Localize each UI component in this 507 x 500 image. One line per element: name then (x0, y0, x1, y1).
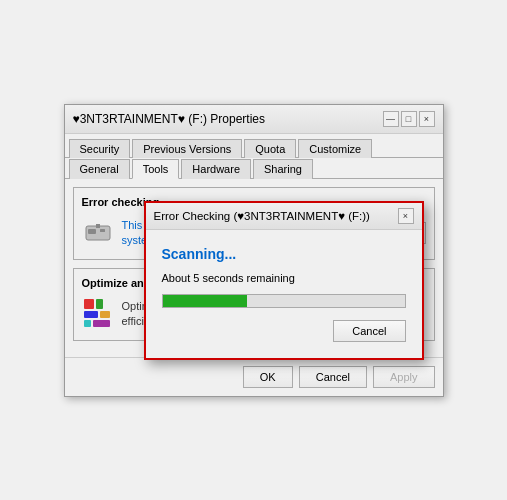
window-controls: — □ × (383, 111, 435, 127)
dialog-title: Error Checking (♥3NT3RTAINMENT♥ (F:)) (154, 210, 370, 222)
tab-security[interactable]: Security (69, 139, 131, 158)
svg-rect-3 (96, 224, 100, 228)
tabs-row-2: General Tools Hardware Sharing (65, 158, 443, 179)
progress-bar-container (162, 294, 406, 308)
cancel-bottom-button[interactable]: Cancel (299, 366, 367, 388)
dialog-content: Scanning... About 5 seconds remaining Ca… (146, 230, 422, 358)
tab-sharing[interactable]: Sharing (253, 159, 313, 179)
defrag-icon (82, 297, 114, 332)
svg-rect-6 (84, 311, 98, 318)
tab-hardware[interactable]: Hardware (181, 159, 251, 179)
svg-rect-8 (84, 320, 91, 327)
tab-quota[interactable]: Quota (244, 139, 296, 158)
svg-rect-9 (93, 320, 110, 327)
svg-rect-4 (84, 299, 94, 309)
svg-rect-1 (88, 229, 96, 234)
dialog-cancel-button[interactable]: Cancel (333, 320, 405, 342)
bottom-buttons: OK Cancel Apply (65, 357, 443, 396)
tab-customize[interactable]: Customize (298, 139, 372, 158)
dialog-title-bar: Error Checking (♥3NT3RTAINMENT♥ (F:)) × (146, 203, 422, 230)
tabs-row-1: Security Previous Versions Quota Customi… (65, 134, 443, 158)
tab-previous-versions[interactable]: Previous Versions (132, 139, 242, 158)
ok-button[interactable]: OK (243, 366, 293, 388)
drive-icon (82, 216, 114, 251)
progress-bar-fill (163, 295, 248, 307)
apply-button[interactable]: Apply (373, 366, 435, 388)
tab-tools[interactable]: Tools (132, 159, 180, 179)
minimize-button[interactable]: — (383, 111, 399, 127)
properties-window: ♥3NT3RTAINMENT♥ (F:) Properties — □ × Se… (64, 104, 444, 397)
maximize-button[interactable]: □ (401, 111, 417, 127)
close-button[interactable]: × (419, 111, 435, 127)
svg-rect-5 (96, 299, 103, 309)
title-bar: ♥3NT3RTAINMENT♥ (F:) Properties — □ × (65, 105, 443, 134)
remaining-text: About 5 seconds remaining (162, 272, 406, 284)
window-title: ♥3NT3RTAINMENT♥ (F:) Properties (73, 112, 266, 126)
tab-general[interactable]: General (69, 159, 130, 179)
dialog-buttons: Cancel (162, 320, 406, 342)
svg-rect-2 (100, 229, 105, 232)
svg-rect-7 (100, 311, 110, 318)
error-checking-dialog: Error Checking (♥3NT3RTAINMENT♥ (F:)) × … (144, 201, 424, 360)
dialog-close-button[interactable]: × (398, 208, 414, 224)
scanning-text: Scanning... (162, 246, 406, 262)
